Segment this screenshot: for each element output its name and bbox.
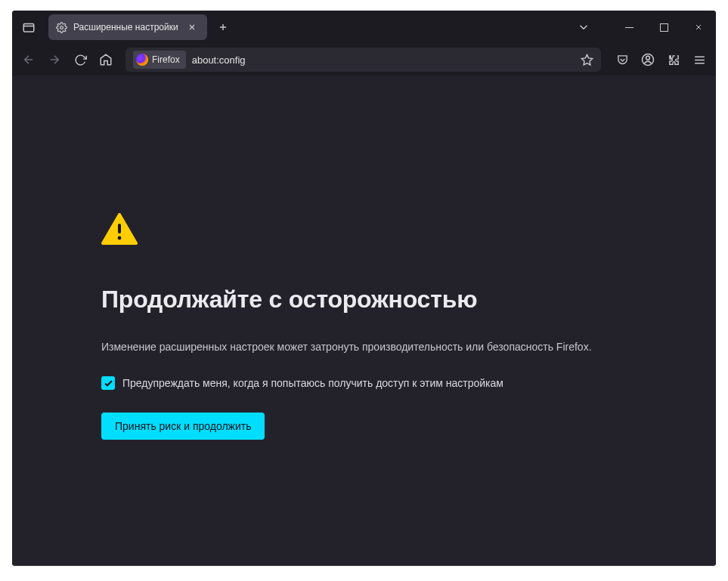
warning-heading: Продолжайте с осторожностью — [101, 286, 661, 314]
svg-point-11 — [118, 236, 122, 240]
svg-marker-4 — [581, 54, 592, 64]
window-maximize-button[interactable] — [646, 12, 681, 42]
close-icon — [694, 23, 703, 32]
new-tab-button[interactable] — [212, 16, 234, 39]
chevron-down-icon — [577, 20, 590, 34]
pocket-icon — [616, 54, 629, 66]
titlebar-right — [571, 11, 716, 44]
svg-rect-2 — [625, 27, 634, 28]
star-icon — [581, 54, 593, 66]
close-icon — [187, 23, 197, 32]
navbar: Firefox about:config — [12, 44, 716, 76]
warning-box: Продолжайте с осторожностью Изменение ра… — [101, 213, 661, 440]
accept-risk-button[interactable]: Принять риск и продолжить — [101, 413, 265, 440]
account-icon — [641, 53, 655, 66]
back-button[interactable] — [17, 48, 41, 72]
account-button[interactable] — [636, 48, 660, 72]
titlebar: Расширенные настройки — [12, 11, 716, 44]
checkmark-icon — [104, 379, 113, 388]
svg-point-6 — [646, 56, 650, 60]
firefox-logo-icon — [136, 54, 148, 66]
tab-title: Расширенные настройки — [73, 22, 178, 32]
puzzle-icon — [668, 54, 680, 66]
home-icon — [99, 53, 113, 66]
browser-window: Расширенные настройки — [12, 11, 716, 566]
url-bar[interactable]: Firefox about:config — [125, 48, 601, 72]
forward-button[interactable] — [42, 48, 67, 72]
bookmark-star-button[interactable] — [581, 54, 593, 66]
maximize-icon — [660, 23, 668, 32]
svg-rect-10 — [118, 224, 121, 233]
window-minimize-button[interactable] — [612, 12, 646, 42]
reload-button[interactable] — [68, 48, 92, 72]
arrow-left-icon — [22, 53, 36, 66]
warn-checkbox-label: Предупреждать меня, когда я попытаюсь по… — [122, 377, 503, 389]
list-tabs-button[interactable] — [571, 12, 596, 42]
extensions-button[interactable] — [661, 48, 686, 72]
home-button[interactable] — [94, 48, 118, 72]
titlebar-left: Расширенные настройки — [12, 11, 234, 44]
warn-checkbox[interactable] — [101, 376, 115, 390]
url-text: about:config — [192, 54, 575, 66]
window-close-button[interactable] — [681, 12, 716, 42]
identity-label: Firefox — [152, 54, 180, 65]
arrow-right-icon — [48, 53, 61, 66]
tabs-icon — [22, 20, 36, 34]
tab-active[interactable]: Расширенные настройки — [48, 14, 207, 40]
identity-pill[interactable]: Firefox — [133, 51, 186, 69]
warning-description: Изменение расширенных настроек может зат… — [101, 339, 661, 355]
pocket-button[interactable] — [610, 48, 634, 72]
tab-close-button[interactable] — [184, 20, 200, 35]
reload-icon — [74, 54, 87, 66]
minimize-icon — [625, 23, 634, 32]
svg-point-1 — [60, 26, 64, 29]
gear-icon — [56, 22, 67, 33]
warn-checkbox-row[interactable]: Предупреждать меня, когда я попытаюсь по… — [101, 376, 661, 390]
warning-triangle-icon — [101, 213, 661, 248]
tab-overview-button[interactable] — [12, 11, 45, 44]
content-area: Продолжайте с осторожностью Изменение ра… — [12, 76, 716, 566]
svg-rect-3 — [660, 23, 668, 31]
plus-icon — [218, 22, 228, 32]
app-menu-button[interactable] — [687, 48, 711, 72]
svg-rect-0 — [23, 24, 34, 32]
hamburger-icon — [693, 54, 706, 66]
